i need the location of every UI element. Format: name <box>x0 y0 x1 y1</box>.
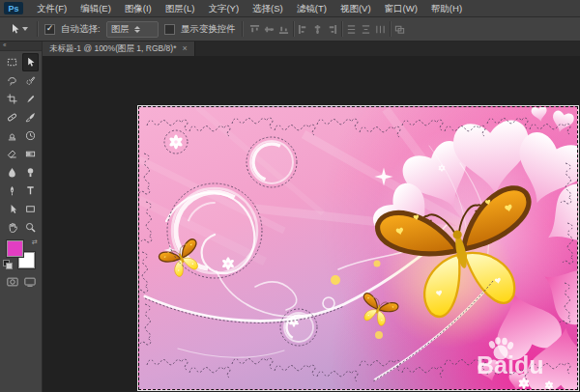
document-tab-title: 未标题-1 @ 100%(图层 1, RGB/8)* <box>49 43 176 55</box>
align-top-edges-icon[interactable] <box>249 23 261 36</box>
show-transform-label: 显示变换控件 <box>181 23 236 36</box>
tool-brush[interactable] <box>22 108 39 126</box>
show-transform-checkbox[interactable] <box>164 24 175 35</box>
tool-blur[interactable] <box>4 163 20 182</box>
spinner-arrows-icon <box>134 26 140 33</box>
auto-select-label: 自动选择: <box>61 23 101 36</box>
tool-history-brush[interactable] <box>22 126 39 145</box>
align-right-edges-icon[interactable] <box>327 23 338 36</box>
tool-spot-healing-brush[interactable] <box>4 108 20 126</box>
photoshop-logo-icon: Ps <box>4 2 23 14</box>
quick-mask-icon[interactable] <box>7 277 18 287</box>
distribute-bottom-edges-icon[interactable] <box>375 23 387 36</box>
default-colors-icon[interactable] <box>3 260 12 268</box>
align-left-edges-icon[interactable] <box>298 23 309 36</box>
align-buttons <box>249 21 406 37</box>
tool-type[interactable] <box>22 182 39 200</box>
color-swatches: ⇄ <box>5 240 38 271</box>
screen-mode-icon[interactable] <box>24 277 36 287</box>
tool-hand[interactable] <box>4 218 20 237</box>
watermark-text: Baidu <box>477 351 543 378</box>
separator <box>390 21 392 37</box>
tool-rectangle-shape[interactable] <box>22 200 39 218</box>
move-tool-icon <box>9 23 20 35</box>
tool-gradient[interactable] <box>22 145 39 163</box>
tool-path-selection[interactable] <box>4 200 20 218</box>
menu-file[interactable]: 文件(F) <box>30 0 73 16</box>
separator <box>37 21 39 37</box>
separator <box>341 21 343 37</box>
photoshop-window: Ps 文件(F) 编辑(E) 图像(I) 图层(L) 文字(Y) 选择(S) 滤… <box>0 0 580 392</box>
tool-rectangular-marquee[interactable] <box>4 53 20 71</box>
close-icon[interactable]: × <box>182 44 187 53</box>
menu-image[interactable]: 图像(I) <box>118 0 159 16</box>
document-tab[interactable]: 未标题-1 @ 100%(图层 1, RGB/8)* × <box>43 42 195 56</box>
tool-clone-stamp[interactable] <box>4 126 20 145</box>
align-vertical-centers-icon[interactable] <box>264 23 276 36</box>
foreground-color-swatch[interactable] <box>7 240 23 257</box>
auto-select-checkbox[interactable] <box>44 24 55 35</box>
tool-pen[interactable] <box>4 182 20 200</box>
tool-crop[interactable] <box>4 90 20 108</box>
tool-preset-picker[interactable] <box>6 22 31 36</box>
canvas-pasteboard[interactable]: Baidu <box>43 56 580 392</box>
menu-bar: Ps 文件(F) 编辑(E) 图像(I) 图层(L) 文字(Y) 选择(S) 滤… <box>0 0 580 17</box>
menu-edit[interactable]: 编辑(E) <box>73 0 118 16</box>
separator <box>293 21 295 37</box>
menu-filter[interactable]: 滤镜(T) <box>290 0 334 16</box>
auto-select-target-dropdown[interactable]: 图层 <box>106 21 159 38</box>
menu-select[interactable]: 选择(S) <box>246 0 290 16</box>
artwork: Baidu <box>139 107 577 389</box>
tool-eyedropper[interactable] <box>22 90 39 108</box>
panel-bottom-buttons <box>0 277 42 287</box>
tool-dodge[interactable] <box>22 163 39 182</box>
tool-zoom[interactable] <box>22 218 39 237</box>
separator <box>242 21 244 37</box>
menu-type[interactable]: 文字(Y) <box>201 0 246 16</box>
auto-align-layers-icon[interactable] <box>394 23 406 36</box>
document-image[interactable]: Baidu <box>138 106 578 390</box>
align-horizontal-centers-icon[interactable] <box>312 23 324 36</box>
menu-layer[interactable]: 图层(L) <box>159 0 202 16</box>
tool-grid <box>0 51 42 237</box>
menu-help[interactable]: 帮助(H) <box>424 0 469 16</box>
tool-quick-selection[interactable] <box>22 71 39 90</box>
work-area: 未标题-1 @ 100%(图层 1, RGB/8)* × <box>43 42 580 392</box>
options-bar: 自动选择: 图层 显示变换控件 <box>0 17 580 42</box>
chevron-down-icon <box>22 27 28 31</box>
auto-select-target-value: 图层 <box>111 23 130 36</box>
menu-window[interactable]: 窗口(W) <box>378 0 424 16</box>
tools-panel-collapse[interactable]: ‹‹ <box>0 42 42 51</box>
align-bottom-edges-icon[interactable] <box>278 23 290 36</box>
menu-view[interactable]: 视图(V) <box>334 0 378 16</box>
tool-lasso[interactable] <box>4 71 20 90</box>
distribute-vertical-centers-icon[interactable] <box>361 23 372 36</box>
tools-panel: ‹‹ ⇄ <box>0 42 43 392</box>
tool-eraser[interactable] <box>4 145 20 163</box>
swap-colors-icon[interactable]: ⇄ <box>32 238 38 246</box>
tool-move[interactable] <box>22 53 39 71</box>
distribute-top-edges-icon[interactable] <box>346 23 358 36</box>
document-tab-bar: 未标题-1 @ 100%(图层 1, RGB/8)* × <box>43 42 580 57</box>
